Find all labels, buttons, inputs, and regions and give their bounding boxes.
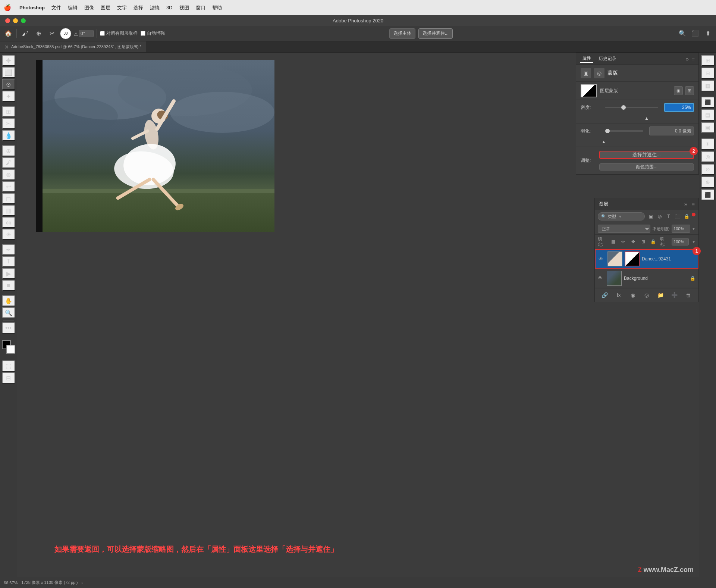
density-slider[interactable] xyxy=(605,107,658,108)
menu-window[interactable]: 窗口 xyxy=(196,4,205,11)
layer-row-background[interactable]: 👁 Background 🔒 xyxy=(595,269,698,288)
dodge-tool[interactable]: ☀ xyxy=(2,229,15,240)
lock-position-icon[interactable]: ✏ xyxy=(620,238,627,245)
select-mask-button[interactable]: 选择并遮住... xyxy=(599,151,694,159)
menu-text[interactable]: 文字 xyxy=(117,4,127,11)
status-arrow[interactable]: › xyxy=(81,581,83,585)
panel-expand-icon[interactable]: » xyxy=(686,56,689,62)
rp-btn-7[interactable]: ☀ xyxy=(701,138,715,150)
document-tab[interactable]: ✕ AdobeStock_78360685.psd @ 66.7% (Dance… xyxy=(0,41,146,52)
menu-filter[interactable]: 滤镜 xyxy=(150,4,160,11)
home-button[interactable]: 🏠 xyxy=(3,28,13,39)
rp-btn-5[interactable]: ▤ xyxy=(701,109,715,121)
menu-help[interactable]: 帮助 xyxy=(212,4,222,11)
tab-close-icon[interactable]: ✕ xyxy=(4,44,9,50)
rp-layers-btn[interactable]: ⬛ xyxy=(701,189,715,200)
rp-btn-3[interactable]: ▦ xyxy=(701,80,715,91)
slice-tool[interactable]: ✂ xyxy=(2,118,15,129)
hand-tool[interactable]: ✋ xyxy=(2,295,15,306)
density-input[interactable] xyxy=(664,103,694,112)
layer-type-smart[interactable]: 🔒 xyxy=(683,213,690,220)
menu-edit[interactable]: 编辑 xyxy=(68,4,78,11)
tool-btn-3[interactable]: ✂ xyxy=(47,28,57,39)
color-range-button[interactable]: 颜色范围... xyxy=(599,163,694,171)
minimize-button[interactable] xyxy=(13,18,18,23)
healing-brush-tool[interactable]: ⊕ xyxy=(2,145,15,156)
gradient-tool[interactable]: ▥ xyxy=(2,205,15,216)
fill-dropdown-icon[interactable]: ▼ xyxy=(692,240,695,244)
layers-menu-icon[interactable]: ≡ xyxy=(692,201,695,207)
close-button[interactable] xyxy=(5,18,10,23)
type-tool[interactable]: T xyxy=(2,256,15,267)
lock-pixels-icon[interactable]: ▦ xyxy=(610,238,617,245)
zoom-tool[interactable]: 🔍 xyxy=(2,307,15,318)
layer-mask-thumb-dancer[interactable] xyxy=(625,251,640,266)
menu-photoshop[interactable]: Photoshop xyxy=(19,5,45,10)
path-selection-tool[interactable]: ▶ xyxy=(2,268,15,279)
rp-btn-10[interactable]: ⊕ xyxy=(701,176,715,188)
tool-btn-2[interactable]: ⊕ xyxy=(33,28,44,39)
mask-icon-options[interactable]: ⊞ xyxy=(685,86,694,95)
auto-enhance-check[interactable] xyxy=(141,31,145,36)
view-toggle-icon[interactable]: ⬛ xyxy=(690,28,700,39)
selection-tool[interactable]: ⬜ xyxy=(2,67,15,78)
layer-row-dancer[interactable]: 👁 Dance...92431 1 xyxy=(595,249,698,269)
color-picker[interactable] xyxy=(2,340,15,354)
layer-type-adjustment[interactable]: ◎ xyxy=(656,213,663,220)
layer-visibility-eye-bg[interactable]: 👁 xyxy=(598,275,604,281)
lock-all-icon[interactable]: 🔒 xyxy=(650,238,657,245)
layer-delete-btn[interactable]: 🗑 xyxy=(684,291,693,300)
layers-blend-mode[interactable]: 正常 xyxy=(598,225,650,233)
panel-menu-icon[interactable]: ≡ xyxy=(692,56,695,62)
menu-file[interactable]: 文件 xyxy=(51,4,61,11)
opacity-dropdown-icon[interactable]: ▼ xyxy=(692,227,695,231)
feather-slider[interactable] xyxy=(605,130,643,132)
brush-tool[interactable]: 🖌 xyxy=(2,157,15,168)
opacity-input[interactable] xyxy=(672,225,690,233)
pen-tool[interactable]: ✒ xyxy=(2,244,15,255)
select-subject-button[interactable]: 选择主体 xyxy=(389,28,415,39)
layers-search-field[interactable]: 🔍 类型 ▼ xyxy=(598,212,645,220)
lasso-tool[interactable]: ⊙ xyxy=(2,79,15,90)
select-mask-toolbar-button[interactable]: 选择并遮住... xyxy=(418,28,453,39)
quick-mask-mode[interactable]: ⬚ xyxy=(2,360,15,372)
eraser-tool[interactable]: ◻ xyxy=(2,193,15,204)
tab-properties[interactable]: 属性 xyxy=(580,54,593,63)
history-brush-tool[interactable]: ↩ xyxy=(2,181,15,192)
rp-btn-9[interactable]: ⊙ xyxy=(701,164,715,175)
screen-mode[interactable]: ⊟ xyxy=(2,372,15,384)
angle-input[interactable] xyxy=(79,30,94,37)
feather-input[interactable] xyxy=(649,126,694,135)
rp-btn-2[interactable]: ⊟ xyxy=(701,68,715,79)
tab-history[interactable]: 历史记录 xyxy=(596,55,619,63)
layer-link-btn[interactable]: 🔗 xyxy=(600,291,609,300)
menu-select[interactable]: 选择 xyxy=(134,4,143,11)
clone-stamp-tool[interactable]: ⊗ xyxy=(2,169,15,180)
layer-adjustment-btn[interactable]: ◎ xyxy=(642,291,651,300)
search-icon[interactable]: 🔍 xyxy=(677,28,688,39)
rp-btn-8[interactable]: ◎ xyxy=(701,151,715,162)
layer-mask-thumbnail[interactable] xyxy=(581,84,597,97)
lock-transparency-icon[interactable]: ⊞ xyxy=(640,238,647,245)
fill-input[interactable] xyxy=(672,238,689,245)
layer-type-shape[interactable]: ⬛ xyxy=(674,213,681,220)
brush-tool-btn[interactable]: 🖌 xyxy=(20,28,30,39)
share-icon[interactable]: ⬆ xyxy=(703,28,713,39)
maximize-button[interactable] xyxy=(21,18,26,23)
auto-enhance-checkbox[interactable]: 自动增强 xyxy=(141,30,165,37)
crop-tool[interactable]: ⊞ xyxy=(2,106,15,117)
layer-new-btn[interactable]: ➕ xyxy=(670,291,679,300)
layer-type-pixel[interactable]: ▣ xyxy=(647,213,654,220)
layer-fx-btn[interactable]: fx xyxy=(614,291,623,300)
menu-3d[interactable]: 3D xyxy=(166,5,173,10)
more-tools[interactable]: ••• xyxy=(2,322,15,334)
layers-type-dropdown-icon[interactable]: ▼ xyxy=(618,215,622,219)
all-layers-checkbox[interactable]: 对所有图层取样 xyxy=(100,30,138,37)
menu-layer[interactable]: 图层 xyxy=(101,4,110,11)
shape-tool[interactable]: ■ xyxy=(2,280,15,291)
menu-view[interactable]: 视图 xyxy=(179,4,189,11)
all-layers-check[interactable] xyxy=(100,31,105,36)
layer-visibility-eye-dancer[interactable]: 👁 xyxy=(599,256,605,262)
eyedropper-tool[interactable]: 💧 xyxy=(2,130,15,141)
move-tool[interactable]: ✥ xyxy=(2,55,15,66)
